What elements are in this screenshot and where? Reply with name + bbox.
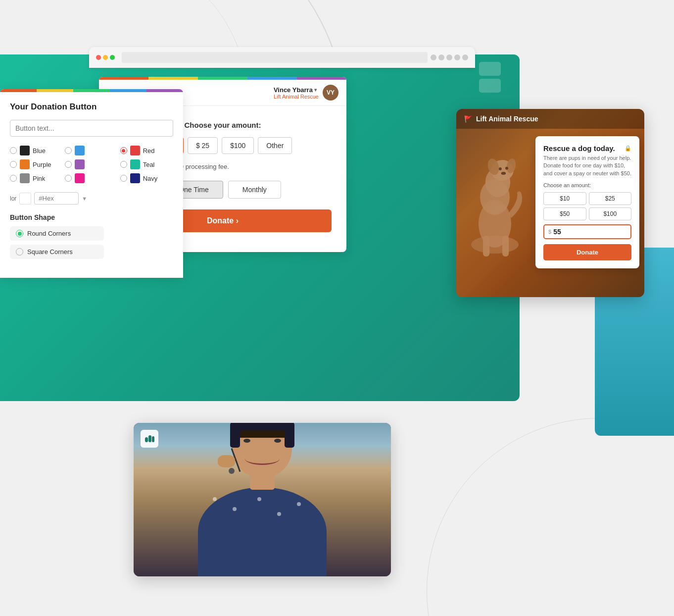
caret-icon: ▾ bbox=[314, 87, 317, 93]
widget-flag-icon: 🚩 bbox=[464, 115, 472, 123]
dot4 bbox=[277, 512, 281, 516]
user-org: Lift Animal Rescue bbox=[274, 94, 319, 100]
hex-arrow-icon[interactable]: ▼ bbox=[82, 196, 87, 202]
button-text-input[interactable] bbox=[10, 120, 173, 137]
hex-color-input[interactable] bbox=[34, 192, 79, 205]
widget-photo-area: 🚩 Lift Animal Rescue Rescue a dog today.… bbox=[456, 109, 644, 297]
donation-card-title: Rescue a dog today. 🔒 bbox=[543, 144, 631, 153]
swatch-pink[interactable] bbox=[75, 173, 85, 183]
widget-container: 🚩 Lift Animal Rescue Rescue a dog today.… bbox=[456, 109, 644, 297]
smile bbox=[245, 453, 280, 465]
card-amt-25[interactable]: $25 bbox=[589, 192, 632, 205]
headset-left bbox=[230, 423, 240, 448]
color-radio-gray[interactable] bbox=[10, 175, 17, 182]
dot3 bbox=[257, 497, 261, 501]
swatch-gray[interactable] bbox=[20, 173, 30, 183]
color-radio-red[interactable] bbox=[120, 147, 127, 154]
preview-user: Vince Ybarra ▾ Lift Animal Rescue VY bbox=[274, 85, 338, 101]
svg-rect-12 bbox=[145, 437, 148, 442]
color-radio-blue[interactable] bbox=[65, 147, 72, 154]
color-label-navy: Navy bbox=[143, 175, 158, 182]
browser-circle-btn2 bbox=[438, 54, 444, 60]
svg-rect-13 bbox=[148, 435, 151, 442]
lock-icon: 🔒 bbox=[625, 145, 631, 152]
swatch-red[interactable] bbox=[130, 146, 140, 155]
donation-card: Rescue a dog today. 🔒 There are pups in … bbox=[535, 136, 639, 268]
card-dollar-sign: $ bbox=[548, 229, 551, 235]
browser-dots bbox=[96, 55, 115, 60]
color-label-black: Blue bbox=[33, 147, 46, 154]
swatch-teal[interactable] bbox=[130, 159, 140, 169]
swatch-navy[interactable] bbox=[130, 173, 140, 183]
browser-circle-btn4 bbox=[454, 54, 460, 60]
top-bar-yellow bbox=[37, 89, 73, 92]
swatch-blue[interactable] bbox=[75, 146, 85, 155]
editor-top-bar bbox=[0, 89, 183, 92]
amount-btn-100[interactable]: $100 bbox=[222, 137, 254, 154]
url-bar[interactable] bbox=[122, 52, 428, 63]
color-row-red: Red bbox=[120, 146, 173, 155]
svg-rect-14 bbox=[152, 436, 154, 442]
top-bar-green bbox=[73, 89, 110, 92]
color-row-orange: Purple bbox=[10, 159, 63, 169]
mic-head bbox=[229, 468, 235, 474]
user-name: Vince Ybarra ▾ bbox=[274, 86, 319, 94]
editor-title: Your Donation Button bbox=[10, 102, 173, 112]
custom-color-row: lor ▼ bbox=[10, 192, 173, 205]
card-amount-value[interactable]: 55 bbox=[553, 228, 561, 236]
dot1 bbox=[213, 497, 217, 501]
preview-top-bar bbox=[99, 77, 346, 80]
widget-header-bar: 🚩 Lift Animal Rescue bbox=[456, 109, 644, 129]
headset-right bbox=[285, 423, 294, 448]
teal-btn-2 bbox=[479, 79, 501, 93]
color-radio-orange[interactable] bbox=[10, 161, 17, 168]
color-row-gray: Pink bbox=[10, 173, 63, 183]
freq-tab-monthly[interactable]: Monthly bbox=[228, 181, 281, 199]
donation-card-desc: There are pups in need of your help. Don… bbox=[543, 154, 631, 177]
color-radio-navy[interactable] bbox=[120, 175, 127, 182]
custom-color-swatch[interactable] bbox=[19, 193, 31, 205]
card-amt-50[interactable]: $50 bbox=[543, 207, 586, 220]
person-silhouette bbox=[178, 433, 346, 576]
custom-color-prefix-label: lor bbox=[10, 195, 16, 202]
color-label-teal: Teal bbox=[143, 161, 155, 168]
browser-dot-close[interactable] bbox=[96, 55, 101, 60]
color-row-purple bbox=[65, 159, 118, 169]
shape-radio-round[interactable] bbox=[16, 230, 23, 237]
shape-option-square[interactable]: Square Corners bbox=[10, 245, 104, 259]
shape-radio-square[interactable] bbox=[16, 248, 23, 256]
card-amount-buttons: $10 $25 $50 $100 bbox=[543, 192, 631, 220]
amount-btn-25[interactable]: $ 25 bbox=[188, 137, 218, 154]
browser-circle-btn bbox=[431, 54, 436, 60]
color-radio-black[interactable] bbox=[10, 147, 17, 154]
browser-dot-maximize[interactable] bbox=[110, 55, 115, 60]
preview-bar-blue bbox=[247, 77, 297, 80]
card-amt-10[interactable]: $10 bbox=[543, 192, 586, 205]
color-label-orange: Purple bbox=[33, 161, 51, 168]
card-donate-button[interactable]: Donate bbox=[543, 244, 631, 260]
editor-content: Your Donation Button Blue Red bbox=[0, 92, 183, 278]
swatch-black[interactable] bbox=[20, 146, 30, 155]
card-amt-100[interactable]: $100 bbox=[589, 207, 632, 220]
browser-chrome bbox=[89, 47, 475, 68]
button-shape-label: Button Shape bbox=[10, 213, 173, 221]
teal-top-buttons bbox=[479, 62, 501, 93]
preview-bar-yellow bbox=[148, 77, 198, 80]
color-row-navy: Navy bbox=[120, 173, 173, 183]
video-logo bbox=[141, 430, 158, 448]
shape-option-round[interactable]: Round Corners bbox=[10, 226, 104, 241]
color-radio-pink[interactable] bbox=[65, 175, 72, 182]
swatch-orange[interactable] bbox=[20, 159, 30, 169]
card-custom-amount: $ 55 bbox=[543, 224, 631, 239]
color-row-black: Blue bbox=[10, 146, 63, 155]
amount-btn-other[interactable]: Other bbox=[258, 137, 292, 154]
head bbox=[233, 423, 292, 477]
browser-dot-minimize[interactable] bbox=[103, 55, 108, 60]
color-label-gray: Pink bbox=[33, 175, 45, 182]
widget-org-name: Lift Animal Rescue bbox=[476, 115, 538, 123]
color-row-teal: Teal bbox=[120, 159, 173, 169]
eye-right bbox=[274, 439, 281, 443]
color-radio-teal[interactable] bbox=[120, 161, 127, 168]
color-radio-purple[interactable] bbox=[65, 161, 72, 168]
swatch-purple[interactable] bbox=[75, 159, 85, 169]
